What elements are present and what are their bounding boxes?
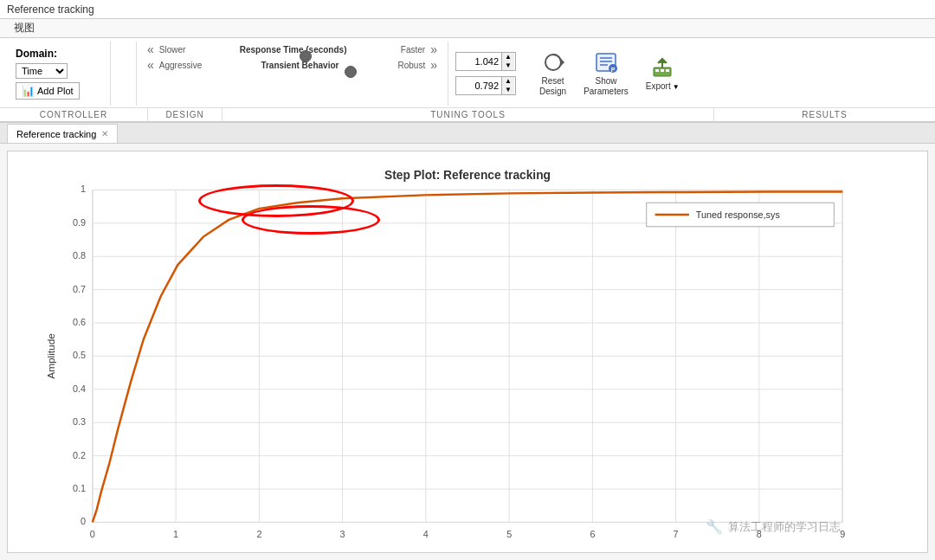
svg-text:0.3: 0.3 — [73, 416, 86, 427]
step-plot: Step Plot: Reference tracking — [16, 160, 919, 544]
domain-group: Domain: Time Frequency 📊 Add Plot — [16, 48, 80, 100]
spinner-column: ▲ ▼ ▲ ▼ — [448, 42, 523, 106]
export-icon — [650, 55, 674, 80]
spinner1-up[interactable]: ▲ — [502, 53, 514, 61]
add-icon: 📊 — [22, 85, 35, 97]
ribbon-section-controller: Domain: Time Frequency 📊 Add Plot — [7, 42, 111, 106]
watermark-icon: 🔧 — [706, 518, 723, 535]
svg-text:1: 1 — [173, 529, 178, 539]
ribbon-bottom: CONTROLLER DESIGN TUNING TOOLS RESULTS — [0, 107, 935, 121]
spinner2-arrows: ▲ ▼ — [501, 77, 514, 94]
svg-text:0: 0 — [81, 516, 86, 526]
svg-text:0.2: 0.2 — [73, 450, 86, 460]
slider2-labels: Aggressive Transient Behavior Robust — [159, 61, 425, 70]
robust-arrow-right[interactable]: » — [429, 59, 439, 71]
domain-value-row: Time Frequency — [16, 63, 80, 79]
add-plot-button[interactable]: 📊 Add Plot — [16, 82, 80, 100]
spinner2-box: ▲ ▼ — [455, 76, 516, 95]
svg-text:Amplitude: Amplitude — [45, 333, 57, 379]
tab-label: Reference tracking — [16, 129, 96, 139]
title-bar: Reference tracking — [0, 0, 935, 19]
svg-text:0.8: 0.8 — [73, 250, 86, 261]
svg-marker-1 — [561, 59, 564, 66]
design-section-label: DESIGN — [148, 108, 222, 121]
watermark-text: 算法工程师的学习日志 — [728, 519, 841, 535]
svg-text:0.9: 0.9 — [73, 217, 86, 228]
transient-label: Transient Behavior — [202, 61, 397, 70]
faster-arrow-right[interactable]: » — [429, 43, 439, 55]
slower-label: Slower — [159, 45, 186, 55]
spinner1-arrows: ▲ ▼ — [501, 53, 514, 70]
aggressive-label: Aggressive — [159, 61, 202, 70]
svg-text:4: 4 — [423, 529, 429, 539]
export-dropdown-arrow: ▼ — [673, 83, 680, 91]
spinner1-input[interactable] — [456, 55, 501, 68]
tuning-content: « Slower Response Time (seconds) Faster — [145, 43, 439, 104]
controller-section-label: CONTROLLER — [0, 108, 148, 121]
svg-rect-10 — [661, 69, 664, 72]
spinner2-down[interactable]: ▼ — [502, 86, 514, 94]
slower-arrow-left[interactable]: « — [145, 43, 156, 55]
svg-text:6: 6 — [590, 529, 595, 539]
tab-bar: Reference tracking ✕ — [0, 123, 935, 144]
watermark: 🔧 算法工程师的学习日志 — [706, 518, 841, 535]
response-time-row: « Slower Response Time (seconds) Faster — [145, 43, 439, 55]
reset-design-label: ResetDesign — [539, 76, 566, 97]
aggressive-arrow-left[interactable]: « — [145, 59, 156, 71]
content-area: Step Plot: Reference tracking — [0, 144, 935, 560]
svg-text:0.1: 0.1 — [73, 483, 86, 493]
svg-text:0.6: 0.6 — [73, 317, 86, 327]
spinner1-down[interactable]: ▼ — [502, 61, 514, 70]
svg-text:3: 3 — [340, 529, 345, 539]
svg-text:7: 7 — [674, 529, 679, 539]
show-parameters-icon: P — [594, 50, 618, 74]
svg-text:Tuned response,sys: Tuned response,sys — [696, 209, 781, 220]
plot-title: Step Plot: Reference tracking — [384, 169, 551, 182]
transient-behavior-row: « Aggressive Transient Behavior Robust — [145, 59, 439, 71]
export-label: Export — [646, 81, 671, 92]
robust-label: Robust — [398, 61, 426, 70]
svg-text:5: 5 — [506, 529, 512, 539]
response-time-thumb[interactable] — [300, 50, 312, 62]
spinner2-input[interactable] — [456, 80, 501, 92]
spinner2-up[interactable]: ▲ — [502, 77, 514, 86]
menu-bar: 视图 — [0, 19, 935, 38]
ribbon-section-design — [111, 42, 137, 106]
export-button[interactable]: Export ▼ — [638, 52, 687, 95]
svg-rect-9 — [655, 69, 659, 72]
design-content — [119, 43, 127, 104]
ribbon-content: Domain: Time Frequency 📊 Add Plot — [0, 38, 935, 107]
ribbon-section-tuning: « Slower Response Time (seconds) Faster — [137, 42, 448, 106]
show-parameters-label: ShowParameters — [584, 76, 629, 97]
response-time-label: Response Time (seconds) — [185, 45, 400, 55]
svg-text:2: 2 — [256, 529, 261, 539]
ribbon: Domain: Time Frequency 📊 Add Plot — [0, 38, 935, 123]
plot-container: Step Plot: Reference tracking — [7, 151, 928, 553]
show-parameters-button[interactable]: P ShowParameters — [576, 47, 636, 100]
tab-close-button[interactable]: ✕ — [101, 129, 108, 138]
svg-text:P: P — [611, 67, 616, 73]
slider1-labels: Slower Response Time (seconds) Faster — [159, 45, 425, 55]
spinner1-box: ▲ ▼ — [455, 52, 516, 71]
svg-text:1: 1 — [81, 183, 86, 194]
svg-text:9: 9 — [840, 529, 845, 539]
faster-label: Faster — [401, 45, 425, 55]
controller-content: Domain: Time Frequency 📊 Add Plot — [16, 43, 101, 104]
results-content: ResetDesign P ShowParamet — [532, 43, 687, 104]
reset-design-button[interactable]: ResetDesign — [532, 47, 574, 100]
ribbon-section-results: ResetDesign P ShowParamet — [523, 42, 696, 106]
transient-behavior-thumb[interactable] — [345, 66, 357, 78]
results-section-label: RESULTS — [714, 108, 935, 121]
domain-label: Domain: — [16, 48, 57, 60]
window-title: Reference tracking — [7, 3, 94, 16]
domain-row: Domain: — [16, 48, 80, 60]
svg-text:0.7: 0.7 — [73, 284, 86, 294]
svg-rect-11 — [666, 69, 669, 72]
tab-reference-tracking[interactable]: Reference tracking ✕ — [7, 124, 118, 143]
domain-select[interactable]: Time Frequency — [16, 63, 68, 79]
svg-marker-12 — [658, 58, 667, 63]
tuning-tools-section-label: TUNING TOOLS — [222, 108, 714, 121]
svg-text:0.4: 0.4 — [73, 383, 86, 394]
menu-item-view[interactable]: 视图 — [7, 19, 42, 37]
add-plot-label: Add Plot — [37, 86, 74, 96]
